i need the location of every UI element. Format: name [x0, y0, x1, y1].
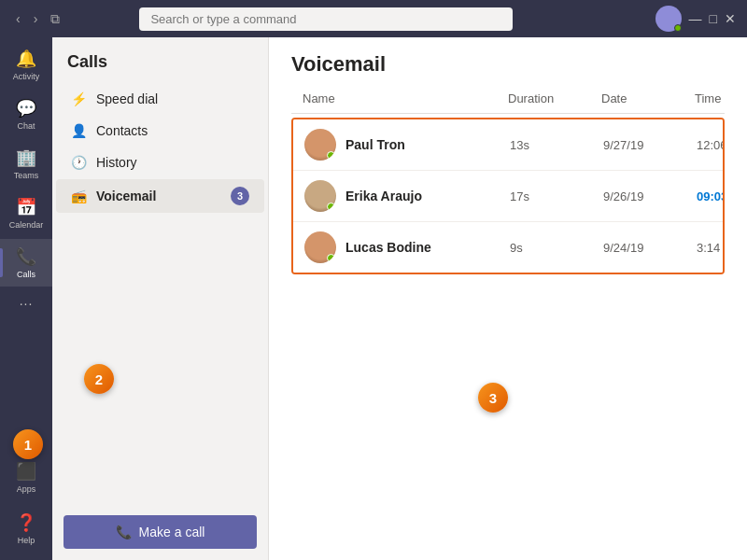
back-button[interactable]: ‹	[11, 9, 25, 29]
contact-name: Erika Araujo	[345, 189, 422, 203]
avatar	[304, 129, 336, 161]
external-button[interactable]: ⧉	[46, 9, 64, 29]
close-button[interactable]: ✕	[725, 11, 736, 26]
teams-label: Teams	[14, 171, 39, 180]
search-input[interactable]	[139, 7, 513, 31]
sidebar-item-history[interactable]: 🕐 History	[56, 147, 264, 177]
calls-label: Calls	[17, 270, 35, 279]
date-cell: 9/24/19	[603, 241, 697, 255]
time-cell: 12:06 PM	[697, 138, 725, 152]
page-title: Voicemail	[269, 37, 747, 84]
time-cell: 09:03 AM	[697, 189, 725, 203]
col-duration: Duration	[508, 91, 601, 105]
avatar	[304, 231, 336, 263]
more-icon: ···	[20, 296, 34, 311]
col-date: Date	[601, 91, 695, 105]
calendar-label: Calendar	[9, 220, 44, 230]
sidebar-item-voicemail[interactable]: 📻 Voicemail 3	[56, 179, 264, 213]
help-item[interactable]: ❓ Help	[0, 505, 52, 553]
calendar-icon: 📅	[16, 197, 36, 217]
activity-label: Activity	[13, 72, 40, 81]
window-controls: — □ ✕	[655, 6, 736, 32]
nav-buttons: ‹ › ⧉	[11, 9, 64, 29]
table-row[interactable]: Paul Tron 13s 9/27/19 12:06 PM ···	[293, 119, 723, 171]
sidebar-item-teams[interactable]: 🏢 Teams	[0, 140, 52, 188]
duration-cell: 17s	[510, 189, 603, 203]
apps-icon: ⬛	[16, 461, 36, 482]
sidebar-item-calendar[interactable]: 📅 Calendar	[0, 189, 52, 237]
history-icon: 🕐	[71, 155, 87, 170]
app-body: 🔔 Activity 💬 Chat 🏢 Teams 📅 Calendar 📞	[0, 37, 747, 560]
sidebar-item-chat[interactable]: 💬 Chat	[0, 91, 52, 138]
sidebar-nav: ⚡ Speed dial 👤 Contacts 🕐 History 📻 Voic…	[52, 79, 268, 504]
apps-label: Apps	[17, 484, 36, 494]
duration-cell: 9s	[510, 241, 603, 255]
date-cell: 9/27/19	[603, 138, 697, 152]
contact-cell: Paul Tron	[304, 129, 510, 161]
contact-name: Lucas Bodine	[345, 240, 431, 255]
maximize-button[interactable]: □	[710, 11, 717, 26]
sidebar-item-more[interactable]: ···	[0, 288, 52, 318]
user-status-dot	[674, 24, 682, 32]
minimize-button[interactable]: —	[689, 11, 702, 26]
rail-bottom: ⬛ Apps ❓ Help	[0, 454, 52, 560]
table-row[interactable]: Lucas Bodine 9s 9/24/19 3:14 PM ···	[293, 222, 723, 273]
app-container: ‹ › ⧉ — □ ✕ 🔔 Activity 💬	[0, 0, 747, 560]
sidebar-title: Calls	[52, 37, 268, 79]
avatar-status-dot	[327, 203, 335, 211]
contact-cell: Lucas Bodine	[304, 231, 510, 263]
voicemail-list: Paul Tron 13s 9/27/19 12:06 PM ···	[291, 118, 725, 274]
sidebar-item-activity[interactable]: 🔔 Activity	[0, 41, 52, 89]
activity-icon: 🔔	[16, 49, 36, 69]
rail-nav: 🔔 Activity 💬 Chat 🏢 Teams 📅 Calendar 📞	[0, 37, 52, 454]
date-cell: 9/26/19	[603, 189, 697, 203]
search-bar	[139, 7, 513, 31]
calls-sidebar: Calls ⚡ Speed dial 👤 Contacts 🕐 History …	[52, 37, 269, 560]
voicemail-badge: 3	[231, 187, 249, 205]
sidebar-item-speed-dial[interactable]: ⚡ Speed dial	[56, 84, 264, 114]
contact-name: Paul Tron	[345, 137, 405, 152]
phone-icon: 📞	[116, 525, 132, 539]
contacts-icon: 👤	[71, 123, 87, 138]
sidebar-item-calls[interactable]: 📞 Calls	[0, 239, 52, 287]
voicemail-icon: 📻	[71, 189, 87, 203]
chat-icon: 💬	[16, 98, 36, 119]
contacts-label: Contacts	[96, 123, 148, 138]
avatar	[304, 180, 336, 212]
calls-icon: 📞	[16, 246, 36, 267]
voicemail-table: Name Duration Date Time Paul Tron	[269, 84, 747, 560]
help-icon: ❓	[16, 512, 36, 533]
chat-label: Chat	[17, 121, 35, 131]
top-bar: ‹ › ⧉ — □ ✕	[0, 0, 747, 37]
contact-cell: Erika Araujo	[304, 180, 510, 212]
avatar-status-dot	[327, 151, 335, 160]
speed-dial-label: Speed dial	[96, 91, 158, 106]
apps-item[interactable]: ⬛ Apps	[0, 454, 52, 501]
speed-dial-icon: ⚡	[71, 91, 87, 106]
make-call-button[interactable]: 📞 Make a call	[63, 515, 257, 549]
left-rail: 🔔 Activity 💬 Chat 🏢 Teams 📅 Calendar 📞	[0, 37, 52, 560]
user-avatar-top[interactable]	[655, 6, 682, 32]
time-cell: 3:14 PM	[697, 241, 725, 255]
help-label: Help	[18, 536, 35, 545]
forward-button[interactable]: ›	[29, 9, 43, 29]
sidebar-footer: 📞 Make a call	[52, 504, 268, 560]
voicemail-label: Voicemail	[96, 189, 156, 203]
table-row[interactable]: Erika Araujo 17s 9/26/19 09:03 AM ···	[293, 171, 723, 222]
sidebar-item-contacts[interactable]: 👤 Contacts	[56, 116, 264, 146]
teams-icon: 🏢	[16, 147, 36, 168]
col-time: Time	[695, 91, 747, 105]
col-name: Name	[303, 91, 508, 105]
table-header: Name Duration Date Time	[291, 84, 725, 114]
main-content: Voicemail Name Duration Date Time	[269, 37, 747, 560]
history-label: History	[96, 155, 137, 170]
duration-cell: 13s	[510, 138, 603, 152]
avatar-status-dot	[327, 254, 335, 262]
make-call-label: Make a call	[139, 525, 205, 539]
